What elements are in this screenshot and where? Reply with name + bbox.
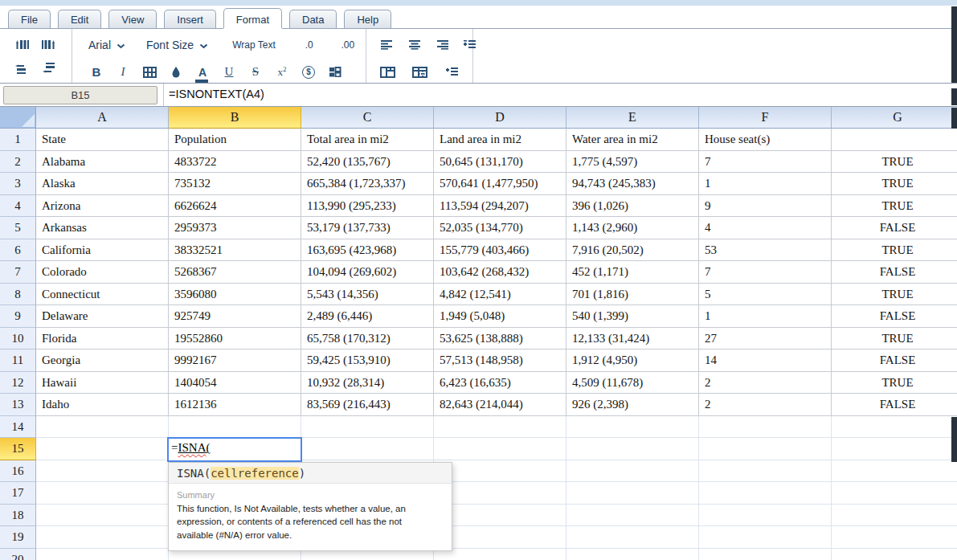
cell-E3[interactable]: 94,743 (245,383) bbox=[566, 173, 699, 195]
menu-tab-edit[interactable]: Edit bbox=[58, 10, 101, 28]
cell-F8[interactable]: 5 bbox=[699, 284, 832, 306]
row-header-13[interactable]: 13 bbox=[0, 394, 36, 416]
cell-D4[interactable]: 113,594 (294,207) bbox=[434, 195, 566, 218]
row-header-1[interactable]: 1 bbox=[0, 129, 36, 151]
cell-A15[interactable] bbox=[36, 438, 169, 460]
menu-tab-view[interactable]: View bbox=[108, 10, 157, 28]
column-header-e[interactable]: E bbox=[566, 107, 699, 129]
cell-G12[interactable]: TRUE bbox=[832, 372, 957, 394]
row-header-7[interactable]: 7 bbox=[0, 261, 36, 284]
cell-A11[interactable]: Georgia bbox=[36, 349, 169, 372]
cell-E12[interactable]: 4,509 (11,678) bbox=[566, 372, 699, 394]
cell-D3[interactable]: 570,641 (1,477,950) bbox=[434, 173, 566, 195]
cell-D19[interactable] bbox=[434, 526, 566, 549]
cell-G17[interactable] bbox=[832, 482, 957, 505]
cell-D13[interactable]: 82,643 (214,044) bbox=[434, 394, 566, 416]
cell-A7[interactable]: Colorado bbox=[36, 261, 169, 284]
insert-column-right-button[interactable] bbox=[41, 35, 57, 54]
cell-G19[interactable] bbox=[832, 526, 957, 549]
cell-G20[interactable] bbox=[832, 549, 957, 560]
cell-E4[interactable]: 396 (1,026) bbox=[566, 195, 699, 218]
cell-A20[interactable] bbox=[36, 549, 169, 560]
split-cells-button[interactable] bbox=[411, 63, 427, 82]
decrease-indent-button[interactable] bbox=[444, 63, 460, 82]
cell-E5[interactable]: 1,143 (2,960) bbox=[566, 217, 699, 239]
cell-F20[interactable] bbox=[699, 549, 832, 560]
row-header-11[interactable]: 11 bbox=[0, 349, 36, 372]
cell-B6[interactable]: 38332521 bbox=[169, 239, 301, 262]
cell-F12[interactable]: 2 bbox=[699, 372, 832, 394]
cell-G1[interactable] bbox=[832, 129, 957, 151]
column-header-d[interactable]: D bbox=[434, 107, 566, 129]
formula-input[interactable]: =ISNONTEXT(A4) bbox=[163, 84, 957, 106]
insert-column-left-button[interactable] bbox=[14, 35, 30, 54]
cell-D10[interactable]: 53,625 (138,888) bbox=[434, 328, 566, 350]
cell-E14[interactable] bbox=[566, 416, 699, 439]
increase-decimals-button[interactable]: .00 bbox=[340, 35, 356, 55]
cell-B7[interactable]: 5268367 bbox=[169, 261, 301, 284]
cell-G7[interactable]: FALSE bbox=[832, 261, 957, 284]
cell-A6[interactable]: California bbox=[36, 239, 169, 262]
cell-C9[interactable]: 2,489 (6,446) bbox=[301, 305, 434, 328]
cell-C11[interactable]: 59,425 (153,910) bbox=[301, 349, 434, 372]
cell-D6[interactable]: 155,779 (403,466) bbox=[434, 239, 566, 262]
cell-B11[interactable]: 9992167 bbox=[169, 349, 301, 372]
increase-indent-button[interactable] bbox=[461, 35, 477, 55]
cell-F13[interactable]: 2 bbox=[699, 394, 832, 416]
align-left-button[interactable] bbox=[379, 35, 395, 55]
cell-E7[interactable]: 452 (1,171) bbox=[566, 261, 699, 284]
cell-A2[interactable]: Alabama bbox=[36, 151, 169, 174]
cell-C5[interactable]: 53,179 (137,733) bbox=[301, 217, 434, 239]
cell-E17[interactable] bbox=[566, 482, 699, 505]
cell-E1[interactable]: Water area in mi2 bbox=[566, 129, 699, 151]
bold-button[interactable]: B bbox=[88, 63, 104, 82]
cell-F3[interactable]: 1 bbox=[699, 173, 832, 195]
merge-cells-button[interactable] bbox=[379, 63, 395, 82]
cell-C10[interactable]: 65,758 (170,312) bbox=[301, 328, 434, 350]
cell-G6[interactable]: TRUE bbox=[832, 239, 957, 262]
wrap-text-button[interactable]: Wrap Text bbox=[232, 35, 276, 55]
row-header-14[interactable]: 14 bbox=[0, 416, 36, 439]
currency-format-button[interactable]: $ bbox=[301, 63, 317, 82]
menu-tab-data[interactable]: Data bbox=[289, 10, 337, 28]
underline-button[interactable]: U bbox=[221, 63, 237, 82]
font-family-select[interactable]: Arial bbox=[88, 35, 125, 55]
decrease-decimals-button[interactable]: .0 bbox=[301, 35, 317, 55]
cell-C14[interactable] bbox=[301, 416, 434, 439]
menu-tab-format[interactable]: Format bbox=[223, 8, 282, 28]
cell-B12[interactable]: 1404054 bbox=[169, 372, 301, 394]
cell-D1[interactable]: Land area in mi2 bbox=[434, 129, 566, 151]
cell-C6[interactable]: 163,695 (423,968) bbox=[301, 239, 434, 262]
cell-F1[interactable]: House seat(s) bbox=[699, 129, 832, 151]
cell-B5[interactable]: 2959373 bbox=[169, 217, 301, 239]
row-header-3[interactable]: 3 bbox=[0, 173, 36, 195]
cell-E2[interactable]: 1,775 (4,597) bbox=[566, 151, 699, 174]
row-header-9[interactable]: 9 bbox=[0, 305, 36, 328]
cell-C13[interactable]: 83,569 (216,443) bbox=[301, 394, 434, 416]
fill-color-button[interactable] bbox=[168, 63, 184, 82]
row-header-15[interactable]: 15 bbox=[0, 438, 36, 460]
menu-tab-help[interactable]: Help bbox=[344, 10, 391, 28]
row-header-6[interactable]: 6 bbox=[0, 239, 36, 262]
cell-G11[interactable]: FALSE bbox=[832, 349, 957, 372]
cell-E9[interactable]: 540 (1,399) bbox=[566, 305, 699, 328]
column-header-a[interactable]: A bbox=[36, 107, 169, 129]
cell-A19[interactable] bbox=[36, 526, 169, 549]
cell-A10[interactable]: Florida bbox=[36, 328, 169, 350]
cell-B13[interactable]: 1612136 bbox=[169, 394, 301, 416]
row-header-5[interactable]: 5 bbox=[0, 217, 36, 239]
cell-D11[interactable]: 57,513 (148,958) bbox=[434, 349, 566, 372]
cell-A5[interactable]: Arkansas bbox=[36, 217, 169, 239]
cell-F9[interactable]: 1 bbox=[699, 305, 832, 328]
cell-F2[interactable]: 7 bbox=[699, 151, 832, 174]
cell-F19[interactable] bbox=[699, 526, 832, 549]
cell-C2[interactable]: 52,420 (135,767) bbox=[301, 151, 434, 174]
cell-E20[interactable] bbox=[566, 549, 699, 560]
italic-button[interactable]: I bbox=[115, 63, 131, 82]
cell-A18[interactable] bbox=[36, 505, 169, 527]
cell-E18[interactable] bbox=[566, 505, 699, 527]
borders-button[interactable] bbox=[141, 63, 157, 82]
cell-F11[interactable]: 14 bbox=[699, 349, 832, 372]
cell-C3[interactable]: 665,384 (1,723,337) bbox=[301, 173, 434, 195]
cell-G10[interactable]: TRUE bbox=[832, 328, 957, 350]
